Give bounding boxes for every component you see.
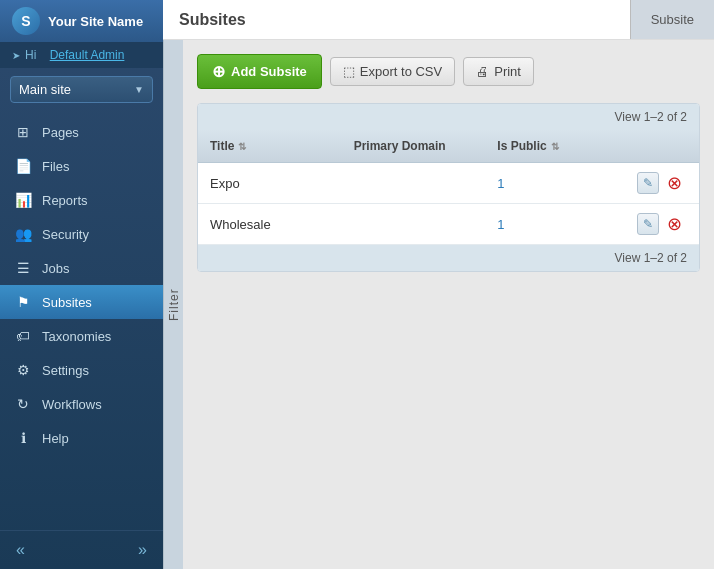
- print-label: Print: [494, 64, 521, 79]
- chevron-down-icon: ▼: [134, 84, 144, 95]
- col-header-actions: [629, 130, 699, 162]
- reports-icon: 📊: [14, 192, 32, 208]
- arrow-icon: ➤: [12, 50, 20, 61]
- nav-label-pages: Pages: [42, 125, 79, 140]
- cell-ispublic-wholesale: 1: [485, 204, 629, 244]
- print-icon: 🖨: [476, 64, 489, 79]
- col-header-ispublic[interactable]: Is Public ⇅: [485, 130, 629, 162]
- col-header-domain[interactable]: Primary Domain: [342, 130, 486, 162]
- help-icon: ℹ: [14, 430, 32, 446]
- sidebar-item-pages[interactable]: ⊞Pages: [0, 115, 163, 149]
- sidebar-item-jobs[interactable]: ☰Jobs: [0, 251, 163, 285]
- print-button[interactable]: 🖨 Print: [463, 57, 534, 86]
- nav-label-files: Files: [42, 159, 69, 174]
- nav-label-workflows: Workflows: [42, 397, 102, 412]
- nav-label-help: Help: [42, 431, 69, 446]
- add-subsite-button[interactable]: ⊕ Add Subsite: [197, 54, 322, 89]
- pages-icon: ⊞: [14, 124, 32, 140]
- delete-button-wholesale[interactable]: ⊗: [663, 213, 685, 235]
- cell-actions-wholesale: ✎ ⊗: [629, 204, 699, 244]
- security-icon: 👥: [14, 226, 32, 242]
- table-section: ⊕ Add Subsite ⬚ Export to CSV 🖨 Print Vi…: [183, 40, 714, 569]
- hi-label: Hi: [25, 48, 36, 62]
- sort-title-icon: ⇅: [238, 141, 246, 152]
- cell-ispublic-expo: 1: [485, 163, 629, 203]
- sidebar-item-workflows[interactable]: ↻Workflows: [0, 387, 163, 421]
- site-selector[interactable]: Main site ▼: [10, 76, 153, 103]
- jobs-icon: ☰: [14, 260, 32, 276]
- collapse-left-button[interactable]: «: [10, 539, 31, 561]
- export-csv-button[interactable]: ⬚ Export to CSV: [330, 57, 455, 86]
- nav-label-jobs: Jobs: [42, 261, 69, 276]
- nav-label-settings: Settings: [42, 363, 89, 378]
- delete-button-expo[interactable]: ⊗: [663, 172, 685, 194]
- sidebar-footer: « »: [0, 530, 163, 569]
- sidebar-item-subsites[interactable]: ⚑Subsites: [0, 285, 163, 319]
- sort-ispublic-icon: ⇅: [551, 141, 559, 152]
- export-icon: ⬚: [343, 64, 355, 79]
- ispublic-link-wholesale[interactable]: 1: [497, 217, 504, 232]
- view-info-bottom: View 1–2 of 2: [198, 245, 699, 271]
- view-info-top: View 1–2 of 2: [198, 104, 699, 130]
- workflows-icon: ↻: [14, 396, 32, 412]
- settings-icon: ⚙: [14, 362, 32, 378]
- subsites-icon: ⚑: [14, 294, 32, 310]
- sidebar-item-files[interactable]: 📄Files: [0, 149, 163, 183]
- sidebar-item-help[interactable]: ℹHelp: [0, 421, 163, 455]
- edit-button-wholesale[interactable]: ✎: [637, 213, 659, 235]
- content-area: Filter ⊕ Add Subsite ⬚ Export to CSV 🖨 P…: [163, 40, 714, 569]
- nav-items: ⊞Pages📄Files📊Reports👥Security☰Jobs⚑Subsi…: [0, 111, 163, 530]
- edit-button-expo[interactable]: ✎: [637, 172, 659, 194]
- nav-label-reports: Reports: [42, 193, 88, 208]
- table-row: Expo 1 ✎ ⊗: [198, 163, 699, 204]
- col-header-title[interactable]: Title ⇅: [198, 130, 342, 162]
- hi-admin-bar[interactable]: ➤ Hi Default Admin: [0, 42, 163, 68]
- data-table: View 1–2 of 2 Title ⇅ Primary Domain Is …: [197, 103, 700, 272]
- sidebar-header: S Your Site Name: [0, 0, 163, 42]
- cell-title-expo: Expo: [198, 163, 342, 203]
- toolbar: ⊕ Add Subsite ⬚ Export to CSV 🖨 Print: [197, 54, 700, 89]
- sidebar-item-taxonomies[interactable]: 🏷Taxonomies: [0, 319, 163, 353]
- cell-actions-expo: ✎ ⊗: [629, 163, 699, 203]
- site-name: Your Site Name: [48, 14, 143, 29]
- plus-icon: ⊕: [212, 62, 225, 81]
- sidebar-item-security[interactable]: 👥Security: [0, 217, 163, 251]
- main-header: Subsites Subsite: [163, 0, 714, 40]
- export-label: Export to CSV: [360, 64, 442, 79]
- nav-label-subsites: Subsites: [42, 295, 92, 310]
- sidebar-item-reports[interactable]: 📊Reports: [0, 183, 163, 217]
- ispublic-link-expo[interactable]: 1: [497, 176, 504, 191]
- site-logo: S: [12, 7, 40, 35]
- cell-domain-wholesale: [342, 204, 486, 244]
- page-title: Subsites: [179, 11, 246, 29]
- sidebar: S Your Site Name ➤ Hi Default Admin Main…: [0, 0, 163, 569]
- sidebar-item-settings[interactable]: ⚙Settings: [0, 353, 163, 387]
- cell-title-wholesale: Wholesale: [198, 204, 342, 244]
- cell-domain-expo: [342, 163, 486, 203]
- files-icon: 📄: [14, 158, 32, 174]
- main-content: Subsites Subsite Filter ⊕ Add Subsite ⬚ …: [163, 0, 714, 569]
- taxonomies-icon: 🏷: [14, 328, 32, 344]
- table-header: Title ⇅ Primary Domain Is Public ⇅: [198, 130, 699, 163]
- nav-label-security: Security: [42, 227, 89, 242]
- admin-name-link[interactable]: Default Admin: [50, 48, 125, 62]
- expand-right-button[interactable]: »: [132, 539, 153, 561]
- subsite-tab[interactable]: Subsite: [630, 0, 714, 39]
- add-subsite-label: Add Subsite: [231, 64, 307, 79]
- site-selector-label: Main site: [19, 82, 71, 97]
- nav-label-taxonomies: Taxonomies: [42, 329, 111, 344]
- table-row: Wholesale 1 ✎ ⊗: [198, 204, 699, 245]
- filter-bar[interactable]: Filter: [163, 40, 183, 569]
